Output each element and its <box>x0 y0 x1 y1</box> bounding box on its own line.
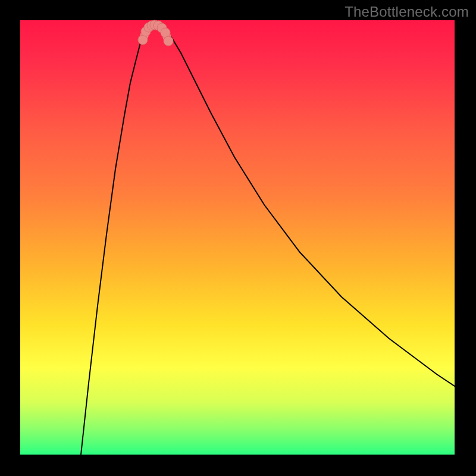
curve-right-branch <box>160 26 455 386</box>
plot-area <box>20 20 455 455</box>
curve-layer <box>81 26 455 455</box>
valley-marker-dot <box>164 36 173 46</box>
curve-left-branch <box>81 26 151 455</box>
chart-svg <box>20 20 455 455</box>
valley-marker-layer <box>138 20 173 46</box>
watermark-text: TheBottleneck.com <box>345 4 469 20</box>
chart-frame: TheBottleneck.com <box>0 0 476 476</box>
